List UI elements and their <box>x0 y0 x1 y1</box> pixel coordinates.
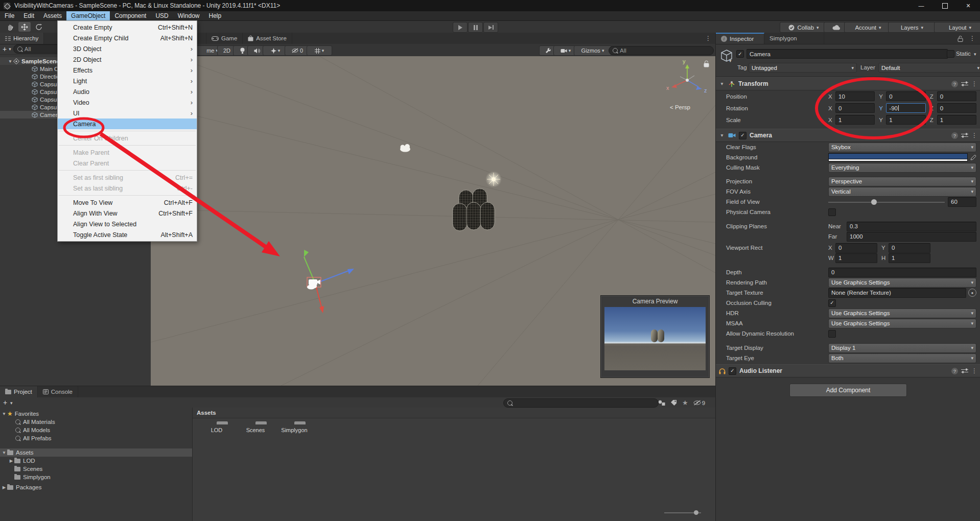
camera-component-header[interactable]: ▼ ✓ Camera ? ⋮ <box>716 129 980 142</box>
rotation-z-field[interactable]: 0 <box>937 103 976 113</box>
presets-icon[interactable] <box>961 368 968 374</box>
pause-button[interactable] <box>468 22 483 33</box>
tab-hierarchy[interactable]: Hierarchy <box>0 33 44 44</box>
viewport-w-field[interactable]: 1 <box>835 253 877 263</box>
menu-window[interactable]: Window <box>173 11 204 20</box>
orientation-gizmo[interactable]: y x z < Persp <box>666 58 709 110</box>
minimize-button[interactable]: — <box>909 0 933 11</box>
menu-component[interactable]: Component <box>110 11 151 20</box>
tab-inspector[interactable]: i Inspector <box>716 33 764 44</box>
account-dropdown[interactable]: Account▾ <box>844 22 892 33</box>
scenes-row[interactable]: Scenes <box>0 465 192 473</box>
menu-item-toggle-active-state[interactable]: Toggle Active StateAlt+Shift+A <box>58 229 197 240</box>
tag-dropdown[interactable]: Untagged▾ <box>749 63 857 73</box>
presets-icon[interactable] <box>961 81 968 87</box>
camera-enabled-checkbox[interactable]: ✓ <box>739 132 746 139</box>
component-menu-icon[interactable]: ⋮ <box>971 132 977 139</box>
menu-item-align-with-view[interactable]: Align With ViewCtrl+Shift+F <box>58 208 197 219</box>
help-icon[interactable]: ? <box>951 132 958 139</box>
position-y-field[interactable]: 0 <box>886 91 925 101</box>
gameobject-icon-caret[interactable]: ▾ <box>729 58 732 63</box>
create-asset-caret[interactable]: ▾ <box>10 400 13 406</box>
menu-item-make-parent[interactable]: Make Parent <box>58 147 197 158</box>
layer-dropdown[interactable]: Default▾ <box>878 63 980 73</box>
menu-item-create-empty-child[interactable]: Create Empty ChildAlt+Shift+N <box>58 33 197 43</box>
viewport-h-field[interactable]: 1 <box>889 253 930 263</box>
viewport-y-field[interactable]: 0 <box>889 243 930 253</box>
target-display-dropdown[interactable]: Display 1▾ <box>828 343 976 353</box>
tab-simplygon[interactable]: Simplygon <box>764 33 824 44</box>
favorites-row[interactable]: ▼ ★ Favorites <box>0 410 192 418</box>
gameobject-active-checkbox[interactable]: ✓ <box>736 50 744 58</box>
object-picker-icon[interactable]: ● <box>968 289 976 297</box>
tab-asset-store[interactable]: Asset Store <box>243 33 292 44</box>
static-checkbox[interactable] <box>947 50 954 58</box>
create-object-button[interactable]: + <box>3 45 7 53</box>
simplygon-row[interactable]: Simplygon <box>0 473 192 481</box>
eyedropper-icon[interactable] <box>970 154 976 160</box>
menu-assets[interactable]: Assets <box>39 11 66 20</box>
menu-help[interactable]: Help <box>204 11 226 20</box>
scale-z-field[interactable]: 1 <box>937 115 976 125</box>
asset-folder-scenes[interactable]: Scenes <box>236 424 275 433</box>
viewport-x-field[interactable]: 0 <box>835 243 877 253</box>
allow-dynamic-resolution-checkbox[interactable] <box>828 330 836 338</box>
occlusion-culling-checkbox[interactable]: ✓ <box>828 299 836 307</box>
menu-file[interactable]: File <box>0 11 19 20</box>
physical-camera-checkbox[interactable] <box>828 208 836 216</box>
menu-item-create-empty[interactable]: Create EmptyCtrl+Shift+N <box>58 22 197 33</box>
layers-dropdown[interactable]: Layers▾ <box>888 22 936 33</box>
menu-item-set-as-first-sibling[interactable]: Set as first siblingCtrl+= <box>58 172 197 183</box>
packages-row[interactable]: ▶ Packages <box>0 483 192 491</box>
thumbnail-size-slider[interactable] <box>664 510 701 515</box>
tab-game[interactable]: Game <box>206 33 243 44</box>
menu-item-clear-parent[interactable]: Clear Parent <box>58 158 197 169</box>
asset-folder-simplygon[interactable]: Simplygon <box>275 424 314 433</box>
target-eye-dropdown[interactable]: Both▾ <box>828 353 976 363</box>
collab-button[interactable]: Collab▾ <box>780 22 828 33</box>
position-z-field[interactable]: 0 <box>937 91 976 101</box>
scene-viewport[interactable]: y x z < Persp Camera Preview <box>151 56 715 386</box>
scene-tab-menu[interactable]: ⋮ <box>705 33 715 44</box>
menu-edit[interactable]: Edit <box>19 11 39 20</box>
clear-flags-dropdown[interactable]: Skybox▾ <box>828 143 976 152</box>
menu-item-move-to-view[interactable]: Move To ViewCtrl+Alt+F <box>58 197 197 208</box>
menu-item-align-view-to-selected[interactable]: Align View to Selected <box>58 219 197 229</box>
help-icon[interactable]: ? <box>951 81 958 87</box>
all-prefabs-row[interactable]: All Prefabs <box>0 434 192 442</box>
menu-item-audio[interactable]: Audio› <box>58 86 197 97</box>
menu-item-effects[interactable]: Effects› <box>58 65 197 76</box>
lod-row[interactable]: ▶ LOD <box>0 457 192 465</box>
static-caret[interactable]: ▾ <box>974 52 976 57</box>
layout-dropdown[interactable]: Layout▾ <box>934 22 980 33</box>
hidden-packages-count[interactable]: 9 <box>693 400 705 406</box>
gameobject-name-field[interactable]: Camera <box>746 49 948 59</box>
menu-item-3d-object[interactable]: 3D Object› <box>58 43 197 54</box>
fov-value-field[interactable]: 60 <box>948 197 976 207</box>
depth-field[interactable]: 0 <box>828 268 976 277</box>
rotation-y-field[interactable]: -90 <box>886 103 925 113</box>
menu-item-camera[interactable]: Camera <box>58 119 197 129</box>
culling-mask-dropdown[interactable]: Everything▾ <box>828 163 976 173</box>
search-by-type-icon[interactable] <box>658 399 665 406</box>
favorite-search-icon[interactable]: ★ <box>682 399 688 407</box>
all-materials-row[interactable]: All Materials <box>0 418 192 426</box>
audio-listener-checkbox[interactable]: ✓ <box>729 367 736 375</box>
component-menu-icon[interactable]: ⋮ <box>971 367 977 374</box>
scale-x-field[interactable]: 1 <box>835 115 875 125</box>
maximize-button[interactable] <box>933 0 956 11</box>
assets-breadcrumb[interactable]: Assets <box>193 408 715 418</box>
menu-item-video[interactable]: Video› <box>58 97 197 108</box>
gizmos-dropdown[interactable]: Gizmos▾ <box>574 45 612 56</box>
hdr-dropdown[interactable]: Use Graphics Settings▾ <box>828 309 976 318</box>
add-component-button[interactable]: Add Component <box>789 384 907 397</box>
all-models-row[interactable]: All Models <box>0 426 192 434</box>
assets-row[interactable]: ▼ Assets <box>0 448 192 457</box>
fov-axis-dropdown[interactable]: Vertical▾ <box>828 187 976 197</box>
help-icon[interactable]: ? <box>951 368 958 374</box>
menu-item-set-as-last-sibling[interactable]: Set as last siblingCtrl+- <box>58 183 197 194</box>
search-by-label-icon[interactable] <box>670 399 677 406</box>
component-menu-icon[interactable]: ⋮ <box>971 80 977 87</box>
asset-folder-lod[interactable]: LOD <box>197 424 236 433</box>
rotation-x-field[interactable]: 0 <box>835 103 875 113</box>
